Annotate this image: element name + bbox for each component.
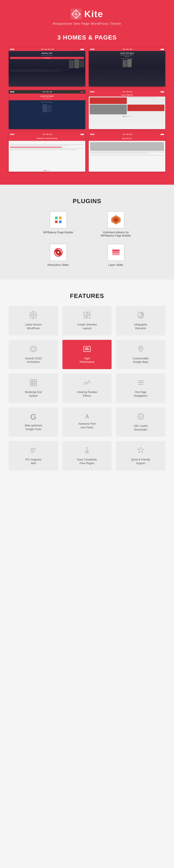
kite-logo-icon: [71, 9, 81, 20]
city-sub: Route With Kite: [10, 97, 83, 98]
mockup-blog-details: BLOG DETAILS: [89, 132, 165, 172]
city-tag: You Will Love Our Works.: [10, 101, 84, 103]
topbar-logo: [90, 49, 94, 50]
faq-header: FREQUENTLY ASKED QUESTION: [9, 136, 85, 141]
feature-google-maps: CustomizableGoogle Maps: [116, 340, 165, 369]
feature-wordpress: Latest VersionWordPress: [9, 306, 58, 336]
feature-free-plugins-label: Easy CompletelyFree Plugins: [77, 458, 97, 465]
revolution-slider-icon: [53, 247, 64, 258]
screenshot-blog-details: BLOG DETAILS: [89, 132, 165, 172]
unlimited-layouts-icon: [83, 311, 91, 321]
blog-grid: [89, 97, 165, 115]
svg-rect-39: [30, 382, 32, 384]
feature-lines: [10, 69, 84, 72]
hero-logo: Kite: [4, 9, 170, 20]
plugin-icon-box-wpbakery: [50, 211, 67, 228]
feature-support: Quick & FriendlySupport: [116, 441, 165, 470]
feature-one-page-nav-label: One PageNavigations: [134, 391, 147, 398]
svg-rect-8: [55, 220, 58, 223]
blog-card-3: [90, 104, 127, 114]
svg-rect-36: [30, 379, 32, 381]
feature-wordpress-label: Latest VersionWordPress: [25, 323, 42, 330]
mockup-tagline: You Will Love Our Works.: [10, 55, 84, 56]
topbar-nav: [123, 91, 132, 92]
svg-rect-26: [84, 316, 86, 318]
svg-line-54: [142, 415, 143, 415]
mockup-faq: FREQUENTLY ASKED QUESTION: [9, 132, 85, 172]
support-icon: [137, 446, 145, 456]
mockup-digital-app: DIGITAL APP You Will Love Our Works. Get…: [9, 48, 85, 87]
faq-body: [9, 141, 85, 169]
svg-rect-44: [35, 384, 37, 386]
feature-awesome-font-label: Awesome FontIcon Packs: [78, 422, 96, 429]
topbar-nav: [43, 134, 52, 135]
svg-point-35: [140, 347, 142, 349]
mockup-blog-standard: BLOG STANDARD: [89, 90, 165, 129]
bootstrap-icon: [29, 379, 37, 388]
features-section: FEATURES Latest VersionWordPress: [0, 279, 174, 484]
feature-infographic: InfographicElements: [116, 306, 165, 336]
city-title: Launch Your App In: [10, 95, 83, 97]
svg-rect-42: [30, 384, 32, 386]
svg-marker-66: [138, 447, 144, 453]
blog-image: [90, 142, 164, 151]
free-plugins-icon: [83, 446, 91, 456]
plugin-wpbakery: WPBakery Page Builder: [33, 211, 84, 237]
feature-bootstrap: Bootstrap GridSystem: [9, 373, 58, 403]
topbar-logo: [10, 134, 14, 135]
high-performance-icon: [83, 345, 91, 354]
css3-icon: [29, 345, 37, 354]
city-body: You Will Love Our Works.: [9, 100, 85, 129]
hero-subtitle: Responsive One Page WordPress Theme: [4, 22, 170, 25]
rtl-icon: [29, 446, 37, 456]
topbar-button: [80, 134, 84, 135]
topbar-nav: [43, 91, 52, 92]
feature-parallax: Amazing ParallaxEffects: [63, 373, 112, 403]
phones: [10, 104, 84, 112]
shortcodes-icon: [137, 412, 145, 422]
plugin-icon-box-unlimited: [107, 211, 125, 228]
plugin-revolution-label: Revolution Slider: [47, 263, 69, 267]
wpbakery-icon: [53, 214, 64, 225]
svg-rect-6: [55, 217, 58, 219]
topbar-nav: [41, 49, 54, 50]
topbar-nav: [123, 134, 132, 135]
svg-point-52: [140, 416, 141, 417]
topbar-logo: [10, 91, 14, 92]
dots: [90, 56, 164, 57]
svg-rect-23: [84, 312, 86, 315]
svg-rect-37: [32, 379, 34, 381]
svg-point-15: [57, 251, 59, 253]
feature-css3-label: Smooth CSS3Animations: [25, 357, 42, 364]
feature-google-maps-label: CustomizableGoogle Maps: [133, 357, 149, 364]
feature-awesome-font: A Awesome FontIcon Packs: [63, 407, 112, 437]
wordpress-icon: [29, 311, 37, 321]
plugin-unlimited-addons: Unlimited Addons forWPBakery Page Builde…: [90, 211, 141, 237]
plugin-unlimited-label: Unlimited Addons forWPBakery Page Builde…: [101, 231, 131, 237]
plugin-icon-box-revolution: [50, 244, 67, 261]
svg-rect-41: [35, 382, 37, 384]
feature-free-plugins: Easy CompletelyFree Plugins: [63, 441, 112, 470]
blog-card-1: [90, 97, 127, 104]
blog-card-2-wrapper: [127, 97, 165, 104]
svg-line-58: [139, 417, 140, 418]
plugin-revolution-slider: Revolution Slider: [33, 244, 84, 267]
topbar-button: [80, 49, 84, 50]
topbar-logo: [90, 134, 94, 135]
svg-rect-34: [88, 348, 89, 350]
infographic-icon: [137, 311, 145, 321]
mockup-tagline: You Will Love Our Works.: [90, 58, 164, 59]
screenshot-faq: FREQUENTLY ASKED QUESTION: [9, 132, 85, 172]
svg-point-47: [88, 380, 89, 381]
feature-parallax-label: Amazing ParallaxEffects: [77, 391, 97, 398]
svg-point-45: [85, 382, 86, 382]
svg-rect-32: [85, 348, 86, 350]
feature-bootstrap-label: Bootstrap GridSystem: [25, 391, 42, 398]
topbar-button: [80, 91, 84, 92]
blog-header: BLOG STANDARD: [89, 94, 165, 97]
blog-details-body: [89, 141, 165, 172]
feature-unlimited-layouts: Create UnlimitedLayouts: [63, 306, 112, 336]
feature-support-label: Quick & FriendlySupport: [131, 458, 150, 465]
feature-google-fonts-label: Web optimizedGoogle Fonts: [25, 424, 42, 431]
mockup-cta: Get Started: [10, 57, 84, 59]
